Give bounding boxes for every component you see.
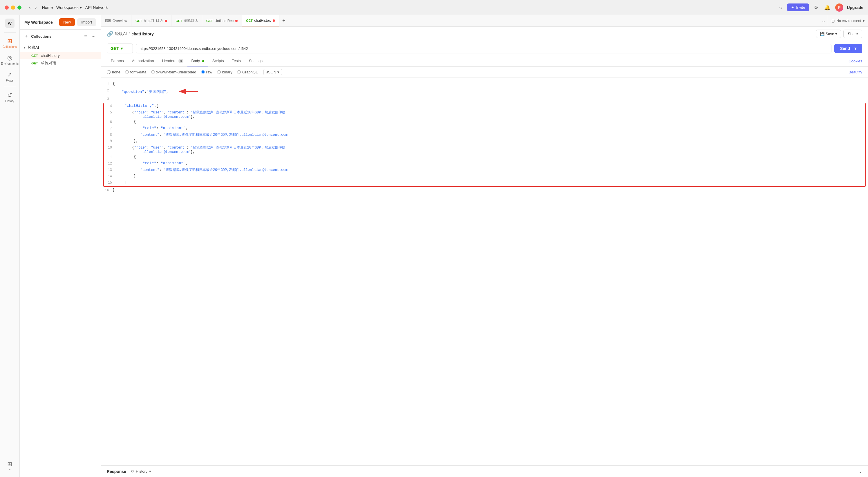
save-button[interactable]: 💾 Save ▾	[816, 30, 841, 38]
headers-count-badge: 8	[178, 59, 183, 63]
sidebar-item-history[interactable]: ↺ History	[1, 89, 19, 105]
tab-http[interactable]: GET http://1.14.2:	[131, 15, 172, 27]
back-button[interactable]: ‹	[27, 4, 32, 11]
code-editor[interactable]: 1 { 2 "question":"美国的呢",	[101, 78, 868, 466]
history-icon: ↺	[7, 92, 12, 99]
workspace-avatar[interactable]: W	[5, 19, 14, 28]
body-opt-graphql[interactable]: GraphQL	[237, 70, 258, 74]
close-button[interactable]	[5, 5, 9, 9]
collection-toggle[interactable]: ▾	[24, 46, 26, 50]
code-line-7: 7 "role": "assistant",	[104, 126, 865, 132]
flows-icon: ↗	[7, 71, 12, 78]
titlebar: ‹ › Home Workspaces ▾ API Network ⌕ ✦ In…	[0, 0, 868, 15]
body-opt-binary[interactable]: binary	[217, 70, 232, 74]
code-line-5: 5 {"role": "user", "content": "帮我查数据库 查俄…	[104, 110, 865, 119]
add-collection-button[interactable]: +	[24, 33, 29, 39]
body-opt-form-data[interactable]: form-data	[125, 70, 147, 74]
share-button[interactable]: Share	[843, 30, 862, 38]
response-bar: Response ↺ History ▾ ⌄	[101, 466, 868, 477]
sidebar-item-environments[interactable]: ◎ Environments	[1, 52, 19, 68]
home-link[interactable]: Home	[42, 5, 53, 10]
code-line-12: 12 "role": "assistant",	[104, 161, 865, 167]
tab-untitled[interactable]: GET Untitled Rec	[202, 15, 242, 27]
body-options: none form-data x-www-form-urlencoded raw…	[101, 67, 868, 78]
tab-single[interactable]: GET 单轮对话	[172, 15, 202, 27]
breadcrumb-actions: 💾 Save ▾ Share	[816, 30, 862, 38]
collection-name: 轻联AI	[28, 45, 39, 50]
icon-sidebar: W ⊞ Collections ◎ Environments ↗ Flows ↺…	[0, 15, 20, 477]
notifications-button[interactable]: 🔔	[823, 3, 832, 12]
req-tab-settings[interactable]: Settings	[245, 56, 267, 66]
request-name-single: 单轮对话	[41, 61, 56, 66]
new-button[interactable]: New	[59, 18, 75, 26]
forward-button[interactable]: ›	[33, 4, 38, 11]
tabs-overflow-button[interactable]: ⌄	[819, 18, 828, 24]
code-line-9: 9 },	[104, 139, 865, 145]
json-format-selector[interactable]: JSON ▾	[264, 69, 282, 75]
minimize-button[interactable]	[11, 5, 15, 9]
search-button[interactable]: ⌕	[778, 3, 783, 11]
sidebar-item-collections[interactable]: ⊞ Collections	[1, 35, 19, 51]
nav-arrows: ‹ ›	[27, 4, 39, 11]
body-opt-raw[interactable]: raw	[201, 70, 212, 74]
req-tab-headers[interactable]: Headers 8	[158, 56, 187, 66]
cookies-link[interactable]: Cookies	[848, 59, 862, 63]
add-tab-button[interactable]: +	[279, 18, 288, 24]
tab-overview[interactable]: ⌨ Overview	[101, 15, 131, 27]
code-line-13: 13 "content": "查数据库,查俄罗斯和日本最近20年GDP,发邮件,…	[104, 167, 865, 174]
workspaces-menu[interactable]: Workspaces ▾	[56, 5, 82, 10]
collections-panel: My Workspace New Import + Collections ≡ …	[20, 15, 101, 477]
method-selector[interactable]: GET ▾	[107, 43, 133, 53]
import-button[interactable]: Import	[77, 18, 96, 26]
workspace-name: My Workspace	[24, 20, 53, 25]
method-badge-get-2: GET	[30, 61, 39, 65]
more-options-button[interactable]: ···	[91, 33, 97, 39]
history-button[interactable]: ↺ History ▾	[131, 469, 151, 474]
upgrade-button[interactable]: Upgrade	[847, 5, 863, 10]
req-tab-tests[interactable]: Tests	[228, 56, 245, 66]
request-tabs: Params Authorization Headers 8 Body Scri…	[101, 56, 868, 67]
code-line-15: 15 ]	[104, 180, 865, 186]
env-selector[interactable]: ▢ No environment ▾	[828, 15, 868, 27]
req-tab-authorization[interactable]: Authorization	[128, 56, 158, 66]
sidebar-item-extensions[interactable]: ⊞ +	[1, 458, 19, 474]
workspace-section: W	[5, 19, 14, 28]
req-tab-params[interactable]: Params	[107, 56, 128, 66]
history-label: History	[5, 99, 14, 103]
code-line-10: 10 {"role": "user", "content": "帮我查数据库 查…	[104, 145, 865, 154]
response-expand-button[interactable]: ⌄	[859, 469, 862, 474]
url-input[interactable]	[136, 44, 832, 53]
code-line-2: 2 "question":"美国的呢",	[101, 88, 868, 96]
req-tab-scripts[interactable]: Scripts	[208, 56, 228, 66]
sidebar-item-flows[interactable]: ↗ Flows	[1, 69, 19, 84]
tabs-bar: ⌨ Overview GET http://1.14.2: GET 单轮对话 G…	[101, 15, 868, 27]
req-tab-body[interactable]: Body	[187, 56, 208, 66]
collection-child-single[interactable]: GET 单轮对话	[20, 59, 101, 67]
tab-chathistory[interactable]: GET chatHistor:	[242, 15, 279, 27]
titlebar-actions: ⌕ ✦ Invite ⚙ 🔔 P Upgrade	[778, 3, 863, 12]
breadcrumb-parent[interactable]: 轻联AI	[115, 31, 127, 36]
main-area: ⌨ Overview GET http://1.14.2: GET 单轮对话 G…	[101, 15, 868, 477]
workspace-header: My Workspace New Import	[20, 15, 101, 30]
maximize-button[interactable]	[18, 5, 22, 9]
code-line-16: 16 }	[101, 187, 868, 194]
collection-item-qianlian[interactable]: ▾ 轻联AI	[20, 43, 101, 52]
send-dropdown-arrow[interactable]: ▾	[852, 46, 857, 51]
body-opt-urlencoded[interactable]: x-www-form-urlencoded	[151, 70, 196, 74]
avatar[interactable]: P	[835, 3, 843, 11]
breadcrumb-separator: /	[128, 32, 130, 36]
body-opt-none[interactable]: none	[107, 70, 120, 74]
invite-button[interactable]: ✦ Invite	[787, 3, 809, 11]
app-layout: W ⊞ Collections ◎ Environments ↗ Flows ↺…	[0, 15, 868, 477]
settings-button[interactable]: ⚙	[813, 3, 819, 12]
highlight-box: 4 "chatHistory":[ 5 {"role": "user", "co…	[103, 103, 866, 187]
code-line-11: 11 {	[104, 154, 865, 161]
request-name-chathistory: chatHistory	[41, 53, 60, 58]
panel-header: + Collections ≡ ···	[20, 30, 101, 43]
beautify-button[interactable]: Beautify	[848, 70, 862, 74]
filter-button[interactable]: ≡	[83, 33, 88, 39]
sidebar-divider-2	[4, 87, 16, 87]
send-button[interactable]: Send ▾	[834, 44, 862, 53]
collection-child-chathistory[interactable]: GET chatHistory	[20, 52, 101, 59]
api-network-link[interactable]: API Network	[85, 5, 108, 10]
